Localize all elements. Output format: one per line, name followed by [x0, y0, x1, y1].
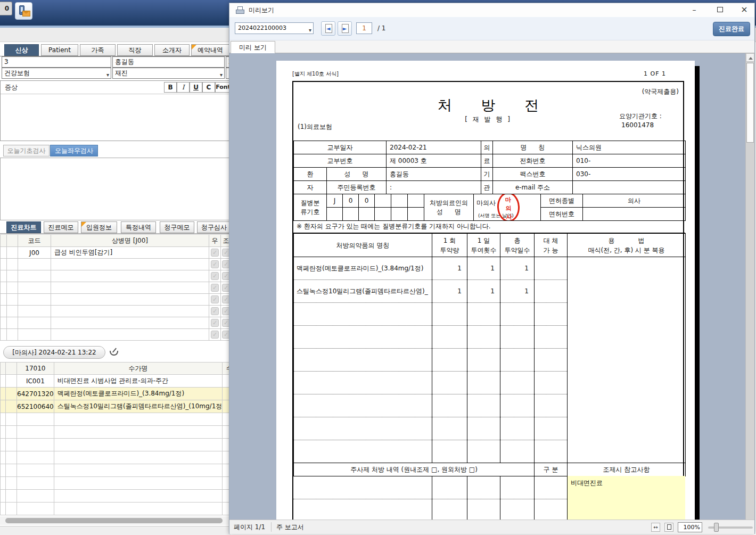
charge-row[interactable]: IC001 비대면진료 시범사업 관리료-의과-주간 — [1, 375, 243, 388]
checkbox-right[interactable]: ✓ — [211, 307, 219, 315]
checkbox-right[interactable]: ✓ — [211, 272, 219, 280]
disease-note: ※ 환자의 요구가 있는 때에는 질병분류기호를 기재하지 아니합니다. — [293, 220, 685, 233]
tab-admission[interactable]: 입원정보 — [81, 221, 117, 233]
org-name-value: 닉스의원 — [573, 141, 686, 154]
diagnosis-empty-row[interactable]: ✓✓ — [1, 306, 232, 317]
charge-empty-row[interactable] — [1, 439, 243, 451]
insurance-select[interactable]: 건강보험▾ — [2, 68, 111, 79]
charge-empty-row[interactable] — [1, 451, 243, 464]
fit-width-button[interactable]: ↔ — [651, 523, 660, 532]
chevron-down-icon: ▾ — [220, 70, 223, 79]
checkbox-right[interactable]: ✓ — [211, 295, 219, 303]
zoom-level-input[interactable]: 100% — [678, 522, 702, 532]
charge-row[interactable]: 642701320 맥페란정(메토클로프라미드)_(3.84mg/1정) — [1, 388, 243, 400]
diagnosis-empty-row[interactable]: ✓✓ — [1, 270, 232, 282]
document-number-select[interactable]: 2024022100003 ▾ — [235, 22, 314, 34]
disease-code-cell — [343, 208, 359, 221]
tab-personal[interactable]: 신상 — [4, 44, 39, 56]
tab-patient[interactable]: Patient — [41, 44, 78, 56]
tab-family[interactable]: 가족 — [80, 44, 116, 56]
close-button[interactable]: × — [735, 3, 753, 17]
tab-claim-memo[interactable]: 청구메모 — [160, 221, 194, 233]
tab-claim-review[interactable]: 청구심사 — [197, 221, 231, 233]
rrn-value: : — [387, 181, 481, 194]
col-days: 총투약일수 — [500, 234, 535, 257]
tab-chart[interactable]: 진료차트 — [6, 221, 41, 233]
fax-label: 팩스번호 — [493, 168, 573, 181]
symptom-textarea[interactable] — [1, 94, 230, 141]
injection-body: 비대면진료 — [293, 476, 685, 520]
tab-memo[interactable]: 진료메모 — [44, 221, 78, 233]
treatment-complete-button[interactable]: 진료완료 — [713, 22, 750, 36]
scrollbar-thumb[interactable] — [5, 518, 223, 523]
diagnosis-row[interactable]: J00 급성 비인두염[감기] ✓ ✓ — [1, 247, 232, 259]
tab-referrer[interactable]: 소개자 — [154, 44, 190, 56]
charge-name: 비대면진료 시범사업 관리료-의과-주간 — [54, 375, 223, 388]
underline-button[interactable]: U — [190, 82, 202, 93]
checkbox-right[interactable]: ✓ — [211, 249, 219, 257]
scrollbar-thumb[interactable] — [746, 63, 754, 143]
insurance-type: (1)의료보험 — [298, 122, 332, 131]
italic-button[interactable]: I — [177, 82, 190, 93]
charge-empty-row[interactable] — [1, 477, 243, 490]
diagnosis-empty-row[interactable]: ✓✓ — [1, 282, 232, 294]
next-page-button[interactable]: ► — [338, 21, 352, 36]
email-label: e-mail 주소 — [493, 181, 573, 194]
prev-page-button[interactable]: ◄ — [321, 21, 335, 36]
patient-name-field[interactable]: 홍길동 — [112, 56, 225, 68]
med-days: 1 — [500, 257, 535, 280]
charge-row[interactable]: 652100640 스틸녹스정10밀리그램(졸피뎀타르타르산염)_(10mg/1… — [1, 400, 243, 413]
diagnosis-empty-row[interactable]: ✓✓ — [1, 259, 232, 270]
visit-type-select[interactable]: 재진▾ — [112, 68, 225, 79]
horizontal-scrollbar[interactable] — [0, 516, 231, 525]
tab-preview[interactable]: 미리 보기 — [231, 41, 275, 53]
checkbox-right[interactable]: ✓ — [211, 331, 219, 339]
exam-result-panel[interactable] — [0, 158, 231, 220]
charge-name: 맥페란정(메토클로프라미드)_(3.84mg/1정) — [54, 388, 223, 400]
med-dose: 1 — [432, 280, 467, 303]
diagnosis-header-row: 코드 상병명 [J00] 우 조 — [1, 235, 232, 247]
fit-page-button[interactable] — [664, 523, 673, 532]
col-code: 코드 — [18, 235, 51, 247]
bold-button[interactable]: B — [164, 82, 177, 93]
charge-empty-row[interactable] — [1, 426, 243, 439]
chart-tabbar: 진료차트 진료메모 입원정보 특정내역 청구메모 청구심사 — [0, 221, 231, 234]
scroll-up-arrow-icon[interactable] — [746, 53, 754, 62]
diagnosis-empty-row[interactable]: ✓✓ — [1, 329, 232, 341]
prescription-page: [별지 제10호 서식] 1 OF 1 (약국제출용) 처 방 전 [ 재 발 … — [276, 61, 695, 520]
diagnosis-empty-row[interactable]: ✓✓ — [1, 294, 232, 306]
dialog-titlebar[interactable]: 미리보기 – × — [229, 3, 754, 17]
today-basic-exam-button[interactable]: 오늘기초검사 — [3, 145, 50, 157]
preview-dialog: 미리보기 – × 2024022100003 ▾ ◄ ► 1 / 1 진료완료 … — [229, 3, 755, 534]
preview-content[interactable]: [별지 제10호 서식] 1 OF 1 (약국제출용) 처 방 전 [ 재 발 … — [229, 53, 754, 520]
today-leftright-exam-button[interactable]: 오늘좌우검사 — [50, 145, 98, 157]
minimize-button[interactable]: – — [685, 3, 703, 17]
doctor-session-tag[interactable]: [마의사] 2024-02-21 13:22 — [3, 346, 105, 359]
injection-section: 주사제 처방 내역 (원내조제 □, 원외처방 □) 구 분 조제시 참고사항 — [293, 463, 686, 476]
charge-empty-row[interactable] — [1, 490, 243, 503]
sms-button[interactable] — [15, 2, 32, 20]
charge-empty-row[interactable] — [1, 464, 243, 477]
disease-code-cell — [327, 208, 343, 221]
zoom-slider-thumb[interactable] — [714, 523, 719, 532]
tab-special[interactable]: 특정내역 — [121, 221, 156, 233]
color-button[interactable]: C — [202, 82, 215, 93]
charge-empty-row[interactable] — [1, 503, 243, 515]
maximize-button[interactable] — [711, 3, 729, 17]
license-type-label: 면허종별 — [541, 194, 583, 208]
vertical-scrollbar[interactable] — [745, 53, 754, 520]
dialog-title: 미리보기 — [249, 3, 274, 17]
diagnosis-empty-row[interactable]: ✓✓ — [1, 317, 232, 329]
charge-empty-row[interactable] — [1, 413, 243, 426]
tab-reservation[interactable]: 예약내역 — [191, 44, 229, 56]
prescriber-label: 처방의료인의성 명 — [424, 194, 474, 221]
profile-tabbar: 신상 Patient 가족 직장 소개자 예약내역 — [0, 44, 231, 56]
page-number-input[interactable]: 1 — [356, 22, 372, 34]
col-charge-name: 수가명 — [54, 363, 223, 375]
checkbox-right[interactable]: ✓ — [211, 260, 219, 268]
disease-code-cell — [408, 208, 424, 221]
tab-workplace[interactable]: 직장 — [117, 44, 153, 56]
chart-number-field[interactable]: 3 — [2, 56, 111, 68]
checkbox-right[interactable]: ✓ — [211, 284, 219, 292]
checkbox-right[interactable]: ✓ — [211, 319, 219, 327]
